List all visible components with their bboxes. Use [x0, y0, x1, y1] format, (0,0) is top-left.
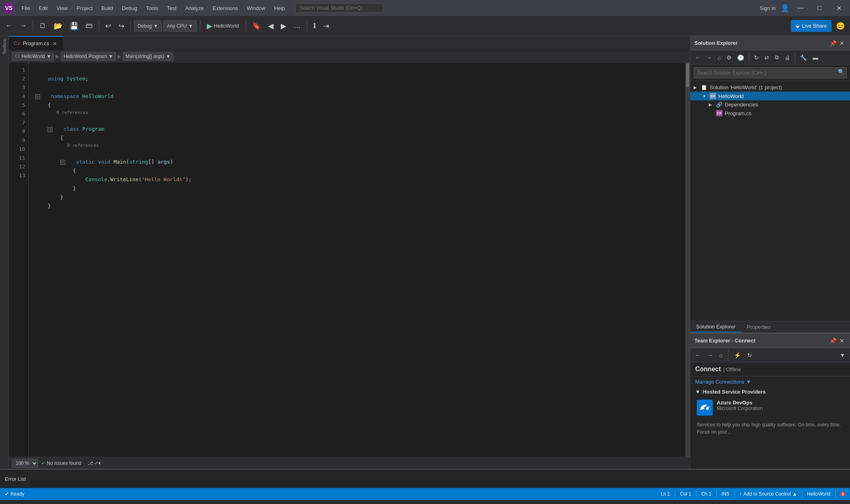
bookmark-button[interactable]: 🔖	[249, 20, 264, 32]
tab-program-cs[interactable]: C# Program.cs ✕	[9, 36, 63, 50]
se-history-button[interactable]: 🕐	[735, 53, 746, 62]
se-back-button[interactable]: ←	[693, 53, 703, 62]
tree-item-dependencies[interactable]: ▶ 🔗 Dependencies	[690, 100, 850, 109]
manage-connections-button[interactable]: Manage Connections ▼	[690, 376, 850, 387]
menu-build[interactable]: Build	[98, 4, 117, 13]
minimize-button[interactable]: —	[792, 0, 808, 16]
hosted-providers-header[interactable]: ▼ Hosted Service Providers	[690, 387, 850, 396]
menu-analyze[interactable]: Analyze	[181, 4, 208, 13]
menu-tools[interactable]: Tools	[142, 4, 162, 13]
status-ready[interactable]: ✔ Ready	[3, 491, 26, 497]
se-forward-button[interactable]: →	[704, 53, 714, 62]
te-refresh-button[interactable]: ↻	[745, 350, 754, 360]
indent-button[interactable]: ⇥	[320, 20, 332, 32]
azure-devops-item[interactable]: Azure DevOps Microsoft Corporation	[690, 396, 850, 419]
menu-test[interactable]: Test	[163, 4, 180, 13]
status-ins[interactable]: INS	[720, 491, 731, 497]
live-share-button[interactable]: ⬙ Live Share	[791, 20, 832, 32]
editor-scrollbar-v[interactable]	[685, 62, 690, 457]
tab-properties[interactable]: Properties	[741, 321, 776, 332]
format-button[interactable]: 𝐈	[310, 20, 319, 32]
add-to-source-control-button[interactable]: ↑ Add to Source Control ▲	[738, 491, 799, 497]
tab-solution-explorer[interactable]: Solution Explorer	[690, 321, 741, 332]
se-home-button[interactable]: ⌂	[715, 53, 723, 62]
ellipsis-button[interactable]: …	[291, 20, 304, 32]
toolbox-label[interactable]: Toolbox	[1, 38, 8, 56]
menu-edit[interactable]: Edit	[35, 4, 52, 13]
se-sync-button[interactable]: ⇄	[762, 53, 772, 62]
menu-file[interactable]: File	[18, 4, 34, 13]
next-button[interactable]: ▶	[278, 20, 289, 32]
tree-item-project[interactable]: ▼ C# HelloWorld	[690, 92, 850, 100]
se-search-input[interactable]	[694, 67, 847, 78]
se-refresh-button[interactable]: ↻	[752, 53, 761, 62]
menu-view[interactable]: View	[52, 4, 72, 13]
se-more-button[interactable]: ▬	[810, 53, 820, 62]
status-ln[interactable]: Ln 1	[659, 491, 672, 497]
method-dropdown[interactable]: Main(string[] args) ▼	[123, 52, 174, 61]
se-search-icon[interactable]: 🔍	[838, 69, 844, 78]
new-project-button[interactable]: 🗋	[36, 20, 49, 32]
zoom-select[interactable]: 100 %	[12, 459, 38, 468]
forward-button[interactable]: →	[17, 20, 30, 32]
te-connect-button[interactable]: ⚡	[732, 350, 743, 360]
te-close-button[interactable]: ✕	[838, 337, 846, 345]
status-ch[interactable]: Ch 1	[700, 491, 713, 497]
class-collapse[interactable]: ⊟	[48, 127, 52, 132]
menu-debug[interactable]: Debug	[118, 4, 141, 13]
te-forward-button[interactable]: →	[705, 350, 715, 360]
status-project[interactable]: HelloWorld	[806, 491, 832, 497]
tree-item-program-cs[interactable]: ▶ C# Program.cs	[690, 109, 850, 118]
azure-name: Azure DevOps	[717, 400, 763, 406]
te-home-button[interactable]: ⌂	[717, 350, 725, 360]
se-settings-button[interactable]: ⚙	[724, 53, 734, 62]
save-button[interactable]: 💾	[67, 20, 81, 32]
error-list-label[interactable]: Error List	[5, 476, 26, 482]
class-dropdown[interactable]: HelloWorld.Program ▼	[61, 52, 116, 61]
close-button[interactable]: ✕	[831, 0, 847, 16]
maximize-button[interactable]: □	[812, 0, 828, 16]
scrollbar-thumb[interactable]	[686, 63, 689, 87]
namespace-collapse[interactable]: ⊟	[35, 94, 40, 99]
menu-extensions[interactable]: Extensions	[208, 4, 242, 13]
tab-close-button[interactable]: ✕	[52, 40, 58, 48]
sign-in-button[interactable]: Sign in	[760, 5, 776, 11]
status-sep-3	[716, 491, 717, 497]
code-text[interactable]: using System; ⊟ namespace HelloWorld { 0…	[29, 62, 685, 457]
method-collapse[interactable]: ⊟	[60, 160, 65, 165]
back-button[interactable]: ←	[2, 20, 15, 32]
line-num-13: 13	[9, 171, 25, 180]
redo-button[interactable]: ↪	[116, 20, 127, 32]
editor-area: C# Program.cs ✕ C# HelloWorld ▼ ▶ HelloW…	[9, 36, 690, 469]
feedback-button[interactable]: 😊	[833, 20, 848, 32]
config-dropdown[interactable]: Debug ▼	[134, 20, 162, 32]
git-icon[interactable]: ⎇ ✓▾	[88, 460, 101, 466]
menu-window[interactable]: Window	[243, 4, 269, 13]
share-icon: ⬙	[796, 23, 800, 29]
se-copy-button[interactable]: ⧉	[772, 52, 781, 62]
prev-button[interactable]: ◀	[265, 20, 276, 32]
global-search-input[interactable]	[295, 3, 383, 13]
namespace-dropdown[interactable]: C# HelloWorld ▼	[12, 52, 54, 61]
undo-button[interactable]: ↩	[102, 20, 114, 32]
se-wrench-button[interactable]: 🔧	[798, 53, 809, 62]
se-close-button[interactable]: ✕	[838, 39, 846, 47]
status-col[interactable]: Col 1	[678, 491, 693, 497]
te-pin-button[interactable]: 📌	[828, 337, 838, 345]
te-back-button[interactable]: ←	[693, 350, 703, 360]
open-button[interactable]: 📂	[51, 20, 65, 32]
te-dropdown-button[interactable]: ▼	[837, 350, 848, 360]
menu-project[interactable]: Project	[72, 4, 96, 13]
se-print-button[interactable]: 🖨	[782, 53, 792, 62]
tree-item-solution[interactable]: ▶ 📋 Solution 'HelloWorld' (1 project)	[690, 83, 850, 92]
run-button[interactable]: ▶ HelloWorld	[204, 20, 242, 32]
line-num-5: 5	[9, 101, 25, 110]
error-list: Error List	[0, 469, 850, 488]
issues-badge: ✔ No issues found	[41, 460, 81, 466]
se-sep2	[795, 52, 795, 63]
platform-dropdown[interactable]: Any CPU ▼	[163, 20, 196, 32]
error-badge[interactable]: 1	[839, 492, 847, 496]
se-pin-button[interactable]: 📌	[828, 39, 838, 47]
menu-help[interactable]: Help	[270, 4, 289, 13]
save-all-button[interactable]: 🗃	[83, 20, 96, 32]
